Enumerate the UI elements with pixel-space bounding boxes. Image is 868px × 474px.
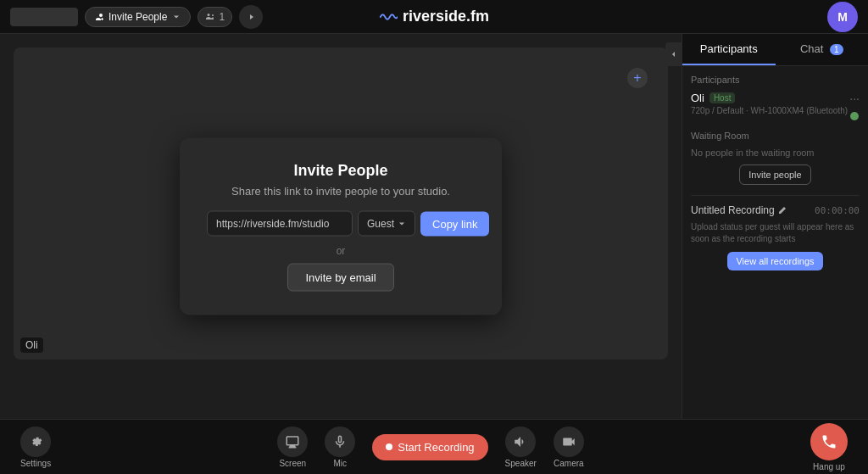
top-bar: Invite People 1 riverside.fm M (0, 0, 868, 34)
main-content: + Oli Invite People Share this link to i… (0, 34, 868, 419)
people-icon (205, 12, 215, 22)
add-participant-button[interactable]: + (627, 68, 648, 88)
edit-icon[interactable] (778, 206, 787, 215)
record-button-wrapper[interactable]: Start Recording (372, 434, 487, 460)
user-plus-icon (94, 12, 104, 22)
phone-hangup-icon (821, 433, 837, 450)
mic-icon (332, 434, 348, 449)
bottom-bar: Settings Screen Mic Start Recording (0, 419, 868, 474)
invite-link-input[interactable] (207, 211, 353, 237)
riverside-wave-icon (379, 8, 398, 26)
gear-icon (28, 434, 43, 449)
copy-link-button[interactable]: Copy link (420, 211, 489, 236)
sidebar-content: Participants Oli Host 720p / Default · W… (682, 66, 868, 419)
bottom-center-controls: Screen Mic Start Recording Speaker (277, 427, 584, 468)
sidebar-tabs: Participants Chat 1 (682, 34, 868, 66)
camera-icon-container (554, 427, 584, 457)
camera-button[interactable]: Camera (554, 427, 584, 468)
recording-title: Untitled Recording (691, 204, 787, 216)
screen-button[interactable]: Screen (277, 427, 308, 468)
record-dot (386, 443, 392, 450)
chat-badge: 1 (830, 44, 843, 55)
invite-people-sidebar-button[interactable]: Invite people (739, 165, 810, 185)
recording-timer: 00:00:00 (815, 205, 860, 216)
hangup-button[interactable]: Hang up (810, 423, 848, 471)
recording-header: Untitled Recording 00:00:00 (691, 204, 860, 216)
hangup-label: Hang up (813, 462, 845, 471)
invite-modal-subtitle: Share this link to invite people to your… (207, 185, 475, 198)
mic-icon-container (325, 427, 355, 457)
start-recording-button[interactable]: Start Recording (372, 434, 487, 460)
sidebar-collapse-button[interactable] (665, 42, 682, 66)
guest-dropdown[interactable]: Guest (358, 211, 415, 237)
chevron-icon (171, 12, 181, 22)
forward-button[interactable] (239, 5, 263, 29)
speaker-icon-container (505, 427, 536, 457)
invite-link-row: Guest Copy link (207, 211, 475, 237)
recording-desc: Upload status per guest will appear here… (691, 221, 860, 245)
user-avatar[interactable]: M (827, 2, 858, 32)
host-badge: Host (709, 92, 736, 103)
settings-button[interactable]: Settings (20, 427, 51, 468)
speaker-icon (513, 434, 528, 449)
brand-name: riverside.fm (403, 8, 489, 25)
tab-chat[interactable]: Chat 1 (776, 34, 869, 65)
screen-icon-container (277, 427, 308, 457)
waiting-room-label: Waiting Room (691, 131, 860, 141)
camera-icon (561, 434, 576, 449)
speaker-button[interactable]: Speaker (505, 427, 537, 468)
invite-modal: Invite People Share this link to invite … (180, 138, 502, 315)
signal-indicator (850, 112, 859, 120)
participants-count: 1 (198, 7, 232, 27)
settings-label: Settings (20, 459, 51, 468)
top-bar-left: Invite People 1 (10, 5, 263, 29)
speaker-label: Speaker (505, 459, 537, 468)
view-all-recordings-button[interactable]: View all recordings (727, 252, 822, 270)
participant-name-oli: Oli Host (691, 92, 849, 104)
no-waiting-text: No people in the waiting room (691, 148, 860, 158)
participant-item-oli: Oli Host 720p / Default · WH-1000XM4 (Bl… (691, 92, 860, 120)
waiting-room-section: Waiting Room No people in the waiting ro… (691, 131, 860, 185)
hangup-icon-container (810, 423, 848, 460)
recording-section: Untitled Recording 00:00:00 Upload statu… (691, 195, 860, 270)
invite-by-email-button[interactable]: Invite by email (287, 264, 393, 292)
video-area: + Oli Invite People Share this link to i… (0, 34, 682, 419)
participant-label: Oli (20, 337, 43, 353)
invite-people-button[interactable]: Invite People (85, 7, 191, 27)
participants-section-label: Participants (691, 75, 860, 85)
camera-label: Camera (554, 459, 584, 468)
or-divider: or (207, 245, 475, 257)
participant-more-button[interactable]: ··· (849, 92, 860, 105)
mic-label: Mic (334, 459, 348, 468)
brand-center: riverside.fm (379, 8, 489, 26)
app-logo (10, 8, 78, 26)
right-sidebar: Participants Chat 1 Participants Oli Hos… (682, 34, 868, 419)
mic-button[interactable]: Mic (325, 427, 355, 468)
participant-quality-oli: 720p / Default · WH-1000XM4 (Bluetooth) (691, 106, 849, 115)
settings-icon-container (20, 427, 51, 457)
invite-modal-title: Invite People (207, 162, 475, 180)
screen-label: Screen (279, 459, 306, 468)
screen-icon (285, 434, 300, 449)
tab-participants[interactable]: Participants (682, 34, 776, 65)
